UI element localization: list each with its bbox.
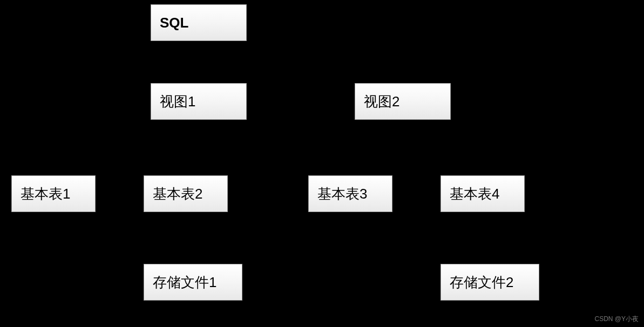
node-sql: SQL [151,4,247,41]
node-file1: 存储文件1 [144,264,242,301]
node-file1-label: 存储文件1 [153,273,216,292]
watermark-text: CSDN @Y小夜 [594,315,639,323]
node-view2-label: 视图2 [364,92,399,111]
node-table2-label: 基本表2 [153,185,202,203]
node-file2-label: 存储文件2 [450,273,513,292]
node-view2: 视图2 [355,83,451,120]
node-file2: 存储文件2 [440,264,539,301]
node-table1: 基本表1 [11,175,96,212]
node-table3-label: 基本表3 [317,185,367,203]
node-table3: 基本表3 [308,175,392,212]
node-sql-label: SQL [160,15,188,31]
watermark: CSDN @Y小夜 [594,315,639,324]
node-view1: 视图1 [151,83,247,120]
node-table1-label: 基本表1 [21,185,70,203]
node-table4: 基本表4 [440,175,525,212]
node-table4-label: 基本表4 [450,185,499,203]
node-view1-label: 视图1 [160,92,195,111]
node-table2: 基本表2 [144,175,228,212]
